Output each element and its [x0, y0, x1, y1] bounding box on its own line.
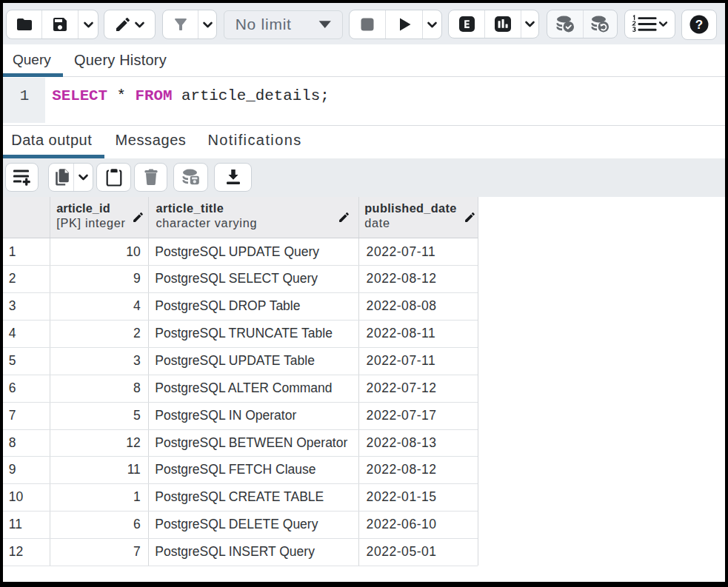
svg-text:?: ?	[695, 18, 703, 32]
